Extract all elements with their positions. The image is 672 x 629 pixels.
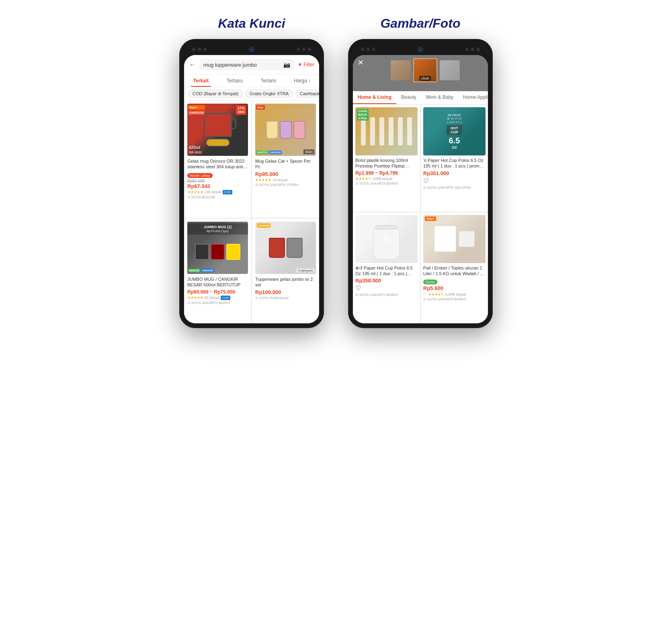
filter-icon: ▼ <box>297 62 302 67</box>
img-location-2: ⊙ KOTA JAKARTA SELATAN <box>423 186 486 190</box>
dot-3 <box>203 48 207 51</box>
location-1: ⊙ KOTA BOGOR <box>187 195 248 199</box>
img-heart-3: ♡ <box>355 284 418 292</box>
img-product-image-1: CASHBACKXTRA <box>355 107 418 155</box>
product-card-4[interactable]: Limited Ongkirgratis Tupperware gelas ju… <box>252 219 319 323</box>
tab-mom-baby[interactable]: Mom & Baby <box>421 91 458 104</box>
img-product-name-4: Pail / Ember / Toples ukuran 1 Liter / 1… <box>423 265 486 277</box>
preview-thumb-selected: Ubah <box>413 58 437 82</box>
container-main <box>434 226 456 252</box>
right-phone-frame: ✕ Ubah Home & Living <box>348 39 493 328</box>
img-rating-4: ♡ ★★★★½ 5,3RB terjual <box>423 292 486 296</box>
rdot-3 <box>372 48 375 51</box>
container-lid <box>459 231 475 247</box>
cashback-tag-1: CASHBACKXTRA <box>357 109 369 120</box>
img-product-card-4[interactable]: Star+ Pail / Ember / Toples ukuran 1 Lit… <box>421 212 488 324</box>
cat-mug-1 <box>266 121 278 139</box>
img-price-4: Rp5.600 <box>423 285 486 291</box>
product-name-4: Tupperware gelas jumbo isi 2 set <box>255 276 316 288</box>
tab-terbaru[interactable]: Terbaru <box>218 75 252 87</box>
img-product-image-3: ✥ <box>355 215 418 263</box>
left-title: Kata Kunci <box>218 16 285 31</box>
img-location-1: ⊙ KOTA JAKARTA BARAT <box>355 182 418 186</box>
right-title: Gambar/Foto <box>380 16 460 31</box>
close-icon[interactable]: ✕ <box>358 58 364 67</box>
search-tabs: Terkait Terbaru Terlaris Harga ↕ <box>184 75 319 87</box>
camera-icon[interactable]: 📷 <box>283 61 290 68</box>
img-product-name-3: ⊕↺ Paper Hot Cup Polos 6.5 Oz 195 ml ( 1… <box>355 265 418 277</box>
img-product-card-3[interactable]: ✥ ⊕↺ Paper Hot Cup Polos 6.5 Oz 195 ml (… <box>353 212 420 324</box>
product-image-2: Iklan Star GRATIS ONGKIR <box>255 104 316 156</box>
right-notch <box>353 44 488 55</box>
tab-harga[interactable]: Harga ↕ <box>285 75 319 87</box>
right-front-camera <box>418 47 423 52</box>
filter-button[interactable]: ▼ Filter <box>297 62 314 67</box>
rdot-4 <box>465 48 469 51</box>
product-name-3: JUMBO MUG / CANGKIR BESAR 600ml BERTUTUP <box>187 276 248 288</box>
image-search-header: ✕ Ubah <box>353 55 488 91</box>
chip-cod[interactable]: COD (Bayar di Tempat) <box>188 90 243 98</box>
img-sold-1: 10RB terjual <box>373 177 393 181</box>
img-product-image-2: 20 PACK ⊞ 50 PCS 1.000 PCS HOT CUP 6.5 O… <box>423 107 486 155</box>
filter-chips: COD (Bayar di Tempat) Gratis Ongkir XTRA… <box>184 87 319 100</box>
img-product-image-4: Star+ <box>423 215 486 263</box>
img-location-3: ⊙ KOTA JAKARTA BARAT <box>355 293 418 297</box>
img-stars-1: ★★★★½ <box>355 177 371 181</box>
img-price-1: Rp1.999 ~ Rp4.799 <box>355 170 418 176</box>
image-products-grid: CASHBACKXTRA Botol plastik kosong 100ml … <box>353 105 488 323</box>
tab-home-appliances[interactable]: Home Appliances <box>458 91 488 104</box>
tab-terlaris[interactable]: Terlaris <box>252 75 285 87</box>
tab-home-living[interactable]: Home & Living <box>353 91 396 104</box>
right-screen: ✕ Ubah Home & Living <box>353 55 488 323</box>
product-card-1[interactable]: Star+ ONGKOS 17%OFF 420mlOR-3022 Gelas m… <box>184 100 251 218</box>
price-original-1: Rp81.000 <box>187 179 248 183</box>
cat-mug-2 <box>280 121 292 139</box>
img-price-2: Rp351.000 <box>423 170 486 176</box>
chip-cashback[interactable]: Cashback XTRA <box>295 90 319 98</box>
price-4: Rp100.000 <box>255 289 316 295</box>
img-location-4: ⊙ KOTA JAKARTA BARAT <box>423 297 486 301</box>
img-stars-4: ★★★★½ <box>428 292 444 296</box>
dot-1 <box>192 48 195 51</box>
dot-2 <box>198 48 201 51</box>
rating-3: ★★★★★ 56 terjual COD <box>187 296 248 300</box>
img-product-name-2: 'ó Paper Hot Cup Polos 6.5 Oz 195 ml ( 1… <box>423 157 486 169</box>
tab-terkait[interactable]: Terkait <box>184 75 218 87</box>
product-card-3[interactable]: JUMBO MUG (1)Rp75.000 (1pc) GRATIS ONGKI… <box>184 219 251 323</box>
product-image-4: Limited Ongkirgratis <box>255 222 316 274</box>
img-product-name-1: Botol plastik kosong 100ml Presstop Push… <box>355 157 418 169</box>
rdot-5 <box>471 48 474 51</box>
dot-5 <box>302 48 305 51</box>
rdot-2 <box>367 48 370 51</box>
img-price-3: Rp358.000 <box>355 278 418 284</box>
img-product-card-2[interactable]: 20 PACK ⊞ 50 PCS 1.000 PCS HOT CUP 6.5 O… <box>421 105 488 212</box>
front-camera <box>249 47 254 52</box>
left-notch <box>184 44 319 55</box>
img-sold-4: 5,3RB terjual <box>445 292 466 296</box>
right-dots <box>297 48 311 51</box>
move-cursor-icon: ✥ <box>383 233 391 245</box>
right-section: Gambar/Foto <box>348 16 493 328</box>
chip-gratis[interactable]: Gratis Ongkir XTRA <box>245 90 293 98</box>
location-3: ⊙ KOTA JAKARTA BARAT <box>187 301 248 305</box>
search-text: mug tupperware jumbo <box>203 62 257 68</box>
products-grid: Star+ ONGKOS 17%OFF 420mlOR-3022 Gelas m… <box>184 100 319 323</box>
product-card-2[interactable]: Iklan Star GRATIS ONGKIR Mug Gelas Cat +… <box>252 100 319 218</box>
rdot-1 <box>361 48 364 51</box>
stars-icon-2: ★★★★★ <box>255 178 271 182</box>
img-product-card-1[interactable]: CASHBACKXTRA Botol plastik kosong 100ml … <box>353 105 420 212</box>
right-dots-right <box>465 48 480 51</box>
price-1: Rp67.342 <box>187 183 248 189</box>
price-2: Rp95.000 <box>255 171 316 177</box>
cat-mug-3 <box>293 121 305 139</box>
tab-beauty[interactable]: Beauty <box>396 91 421 104</box>
dot-6 <box>308 48 311 51</box>
left-section: Kata Kunci ← <box>179 16 324 328</box>
ubah-label[interactable]: Ubah <box>419 76 431 81</box>
rating-2: ★★★★★ 14 terjual <box>255 178 316 182</box>
discount-badge-1: 17%OFF <box>236 105 246 115</box>
search-input-box[interactable]: mug tupperware jumbo 📷 <box>199 59 294 70</box>
image-search-tabs: Home & Living Beauty Mom & Baby Home App… <box>353 91 488 105</box>
sold-2: 14 terjual <box>272 178 287 182</box>
back-arrow-icon[interactable]: ← <box>189 61 196 69</box>
